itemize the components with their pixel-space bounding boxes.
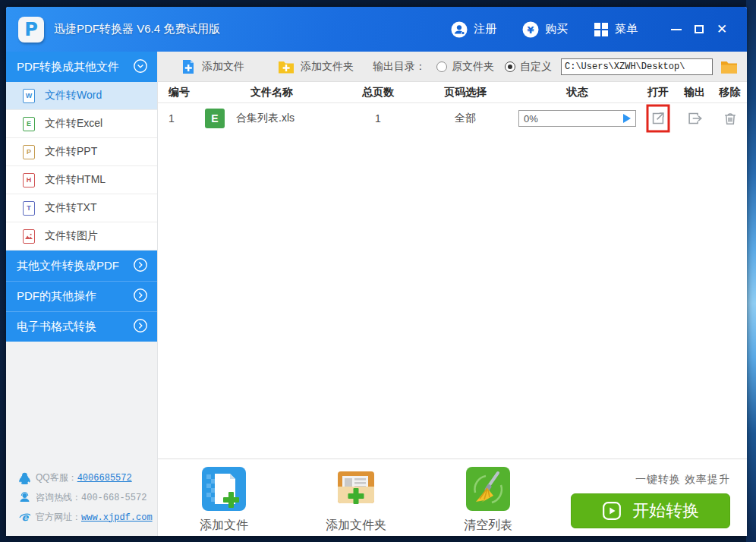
sidebar-group-ebook-convert[interactable]: 电子书格式转换 <box>6 311 157 342</box>
open-file-icon[interactable] <box>650 110 666 127</box>
register-label: 注册 <box>474 22 496 36</box>
output-path-input[interactable] <box>561 58 713 75</box>
sidebar-item-pdf-to-ppt[interactable]: P 文件转PPT <box>6 138 157 166</box>
menu-button[interactable]: 菜单 <box>594 22 638 37</box>
page-count: 1 <box>340 112 416 124</box>
user-register-icon <box>451 21 468 38</box>
maximize-icon <box>695 25 704 33</box>
browser-e-icon: e <box>18 512 31 523</box>
group-label: 电子书格式转换 <box>17 320 133 334</box>
qq-label: QQ客服： <box>36 471 77 484</box>
sidebar: PDF转换成其他文件 W 文件转Word E 文件转Excel P 文件转PPT <box>6 52 158 536</box>
sidebar-item-pdf-to-image[interactable]: 文件转图片 <box>6 222 157 251</box>
html-file-icon: H <box>23 173 35 187</box>
radio-original-folder[interactable]: 原文件夹 <box>436 60 494 74</box>
qq-penguin-icon <box>18 472 31 484</box>
menu-label: 菜单 <box>615 22 638 36</box>
header-status: 状态 <box>515 86 640 99</box>
add-folder-button[interactable]: 添加文件夹 <box>278 60 354 74</box>
qq-number-link[interactable]: 4006685572 <box>77 473 132 484</box>
output-file-icon[interactable] <box>686 110 703 127</box>
play-arrow-icon[interactable] <box>623 114 631 123</box>
footer-add-file-label: 添加文件 <box>200 518 248 534</box>
contact-panel: QQ客服： 4006685572 咨询热线： 400-668-5572 e 官方… <box>6 465 157 536</box>
table-header: 编号 文件名称 总页数 页码选择 状态 打开 输出 移除 <box>158 82 747 103</box>
chevron-right-circle-icon <box>133 318 148 336</box>
radio-unchecked-icon <box>436 61 447 72</box>
titlebar: P 迅捷PDF转换器 V6.4 免费试用版 注册 ¥ 购买 菜单 <box>6 7 747 52</box>
sidebar-item-pdf-to-excel[interactable]: E 文件转Excel <box>6 110 157 138</box>
delete-trash-icon[interactable] <box>722 110 739 127</box>
add-file-label: 添加文件 <box>202 60 244 74</box>
start-label: 开始转换 <box>632 499 699 522</box>
sidebar-item-pdf-to-word[interactable]: W 文件转Word <box>6 82 157 110</box>
buy-button[interactable]: ¥ 购买 <box>522 21 568 38</box>
footer-add-file-button[interactable]: 添加文件 <box>158 467 290 534</box>
progress-percent: 0% <box>524 113 538 124</box>
item-label: 文件转Word <box>45 89 102 102</box>
group-label: PDF的其他操作 <box>17 289 133 304</box>
website-row: e 官方网址： www.xjpdf.com <box>18 511 157 524</box>
empty-file-area <box>158 134 747 458</box>
browse-folder-button[interactable] <box>720 60 738 74</box>
row-number: 1 <box>158 112 200 124</box>
app-window: P 迅捷PDF转换器 V6.4 免费试用版 注册 ¥ 购买 菜单 <box>6 7 747 536</box>
excel-type-badge: E <box>205 109 225 128</box>
radio-original-label: 原文件夹 <box>452 60 494 74</box>
start-convert-button[interactable]: 开始转换 <box>571 493 730 528</box>
close-button[interactable]: ✕ <box>710 18 733 41</box>
sidebar-group-pdf-other-ops[interactable]: PDF的其他操作 <box>6 281 157 311</box>
group-label: PDF转换成其他文件 <box>17 60 133 74</box>
add-folder-icon <box>278 60 295 74</box>
header-open: 打开 <box>640 86 676 99</box>
item-label: 文件转图片 <box>45 229 98 243</box>
footer-clear-list-button[interactable]: 清空列表 <box>422 467 554 534</box>
header-output: 输出 <box>676 86 713 99</box>
app-logo-icon: P <box>18 17 44 43</box>
toolbar: 添加文件 添加文件夹 输出目录： 原文件夹 自定义 <box>158 52 747 82</box>
website-link[interactable]: www.xjpdf.com <box>81 512 153 523</box>
radio-custom-folder[interactable]: 自定义 <box>505 60 552 74</box>
yen-buy-icon: ¥ <box>522 21 539 38</box>
folder-icon <box>720 60 738 74</box>
maximize-button[interactable] <box>688 18 710 41</box>
qq-service-row: QQ客服： 4006685572 <box>18 471 157 484</box>
website-label: 官方网址： <box>36 511 81 524</box>
chevron-right-circle-icon <box>133 257 148 275</box>
image-file-icon <box>23 229 35 244</box>
sidebar-item-pdf-to-html[interactable]: H 文件转HTML <box>6 166 157 194</box>
headset-person-icon <box>18 492 31 503</box>
page-range[interactable]: 全部 <box>416 112 515 125</box>
add-folder-label: 添加文件夹 <box>301 60 354 74</box>
sidebar-group-other-to-pdf[interactable]: 其他文件转换成PDF <box>6 251 157 281</box>
sidebar-item-pdf-to-txt[interactable]: T 文件转TXT <box>6 194 157 222</box>
footer-clear-list-label: 清空列表 <box>464 518 512 534</box>
table-row[interactable]: 1 E 合集列表.xls 1 全部 0% <box>158 103 747 134</box>
word-file-icon: W <box>23 89 35 103</box>
header-page-select: 页码选择 <box>416 86 515 99</box>
add-folder-big-icon <box>334 467 378 514</box>
output-dir-label: 输出目录： <box>373 60 426 74</box>
minimize-button[interactable] <box>665 18 688 41</box>
group-label: 其他文件转换成PDF <box>17 259 133 273</box>
header-number: 编号 <box>158 86 200 99</box>
footer-add-folder-button[interactable]: 添加文件夹 <box>290 467 422 534</box>
hotline-label: 咨询热线： <box>36 491 81 504</box>
chevron-right-circle-icon <box>133 288 148 305</box>
header-filename: 文件名称 <box>200 86 340 99</box>
txt-file-icon: T <box>23 201 35 216</box>
window-title: 迅捷PDF转换器 V6.4 免费试用版 <box>54 22 220 36</box>
ppt-file-icon: P <box>23 145 35 159</box>
radio-custom-label: 自定义 <box>520 60 552 74</box>
register-button[interactable]: 注册 <box>451 21 496 38</box>
header-remove: 移除 <box>713 86 747 99</box>
item-label: 文件转HTML <box>45 173 106 187</box>
add-file-button[interactable]: 添加文件 <box>181 59 244 74</box>
progress-bar: 0% <box>518 110 636 127</box>
minimize-icon <box>671 29 682 30</box>
grid-menu-icon <box>594 22 609 37</box>
sidebar-group-pdf-to-other[interactable]: PDF转换成其他文件 <box>6 52 157 82</box>
add-file-big-icon <box>202 467 246 514</box>
desktop-wallpaper-strip <box>746 0 756 542</box>
svg-text:¥: ¥ <box>527 24 534 35</box>
